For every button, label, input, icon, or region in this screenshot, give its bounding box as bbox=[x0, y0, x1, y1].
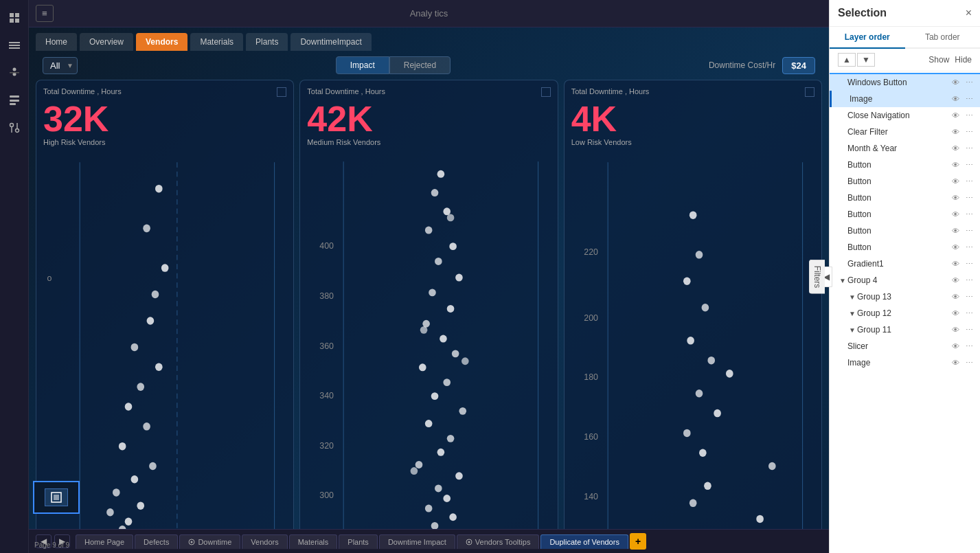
visibility-icon[interactable]: 👁 bbox=[950, 126, 961, 137]
visibility-icon[interactable]: 👁 bbox=[950, 357, 961, 368]
more-options-icon[interactable]: ⋯ bbox=[964, 126, 975, 137]
visibility-icon[interactable]: 👁 bbox=[950, 77, 961, 88]
scatter-plot-2: 400 380 360 340 320 300 280 0M 10M Total… bbox=[307, 149, 550, 529]
layer-item-close-navigation[interactable]: Close Navigation 👁 ⋯ bbox=[830, 107, 980, 124]
svg-point-13 bbox=[10, 124, 13, 127]
more-options-icon[interactable]: ⋯ bbox=[964, 143, 975, 154]
layer-item-image-2[interactable]: Image 👁 ⋯ bbox=[830, 354, 980, 371]
svg-text:140: 140 bbox=[584, 490, 598, 501]
sidebar-layers-icon[interactable] bbox=[3, 62, 25, 84]
sidebar-format-icon[interactable] bbox=[3, 117, 25, 139]
sidebar-search-icon[interactable] bbox=[3, 34, 25, 56]
tab-order-tab[interactable]: Tab order bbox=[905, 27, 981, 47]
nav-tab-plants[interactable]: Plants bbox=[246, 33, 288, 51]
layer-item-month-year[interactable]: Month & Year 👁 ⋯ bbox=[830, 140, 980, 157]
layer-item-button-5[interactable]: Button 👁 ⋯ bbox=[830, 223, 980, 239]
sidebar-data-icon[interactable] bbox=[3, 89, 25, 111]
expand-icon-2[interactable] bbox=[541, 87, 551, 97]
more-options-icon[interactable]: ⋯ bbox=[964, 258, 975, 269]
visibility-icon[interactable]: 👁 bbox=[950, 225, 961, 236]
visibility-icon[interactable]: 👁 bbox=[950, 242, 961, 253]
layer-item-slicer[interactable]: Slicer 👁 ⋯ bbox=[830, 338, 980, 354]
visibility-icon[interactable]: 👁 bbox=[950, 209, 961, 220]
selection-panel-title: Selection bbox=[838, 7, 887, 19]
sidebar-home-icon[interactable] bbox=[3, 7, 25, 29]
filter-dropdown[interactable]: All bbox=[43, 57, 78, 74]
more-options-icon[interactable]: ⋯ bbox=[964, 341, 975, 352]
more-options-icon[interactable]: ⋯ bbox=[964, 209, 975, 220]
more-options-icon[interactable]: ⋯ bbox=[964, 308, 975, 319]
show-hide-buttons: Show Hide bbox=[928, 55, 972, 65]
tab-defects[interactable]: Defects bbox=[135, 534, 178, 549]
visibility-icon[interactable]: 👁 bbox=[950, 291, 961, 302]
hide-all-button[interactable]: Hide bbox=[955, 55, 972, 65]
panel-header-2: Total Downtime , Hours bbox=[307, 87, 550, 97]
svg-rect-9 bbox=[10, 72, 19, 74]
visibility-icon[interactable]: 👁 bbox=[950, 192, 961, 203]
layer-item-gradient1[interactable]: Gradient1 👁 ⋯ bbox=[830, 256, 980, 272]
layer-item-group4[interactable]: ▼ Group 4 👁 ⋯ bbox=[830, 272, 980, 289]
visibility-icon[interactable]: 👁 bbox=[950, 159, 961, 170]
add-page-button[interactable]: + bbox=[630, 533, 646, 550]
move-down-button[interactable]: ▼ bbox=[857, 53, 875, 67]
hamburger-menu-button[interactable]: ≡ bbox=[36, 5, 54, 22]
visibility-icon[interactable]: 👁 bbox=[950, 110, 961, 121]
more-options-icon[interactable]: ⋯ bbox=[964, 225, 975, 236]
layer-item-button-6[interactable]: Button 👁 ⋯ bbox=[830, 239, 980, 256]
visibility-icon[interactable]: 👁 bbox=[950, 93, 961, 104]
tab-vendors[interactable]: Vendors bbox=[242, 534, 287, 549]
svg-point-38 bbox=[125, 517, 133, 526]
layer-item-button-4[interactable]: Button 👁 ⋯ bbox=[830, 206, 980, 223]
visibility-icon[interactable]: 👁 bbox=[950, 308, 961, 319]
more-options-icon[interactable]: ⋯ bbox=[964, 77, 975, 88]
more-options-icon[interactable]: ⋯ bbox=[964, 110, 975, 121]
layer-list: Windows Button 👁 ⋯ Image 👁 ⋯ Close Navig… bbox=[830, 71, 980, 553]
visibility-icon[interactable]: 👁 bbox=[950, 341, 961, 352]
expand-icon-3[interactable] bbox=[805, 87, 814, 97]
thumbnail-box[interactable] bbox=[33, 481, 80, 514]
rejected-button[interactable]: Rejected bbox=[389, 56, 451, 74]
layer-item-button-1[interactable]: Button 👁 ⋯ bbox=[830, 157, 980, 173]
more-options-icon[interactable]: ⋯ bbox=[964, 242, 975, 253]
layer-item-group13[interactable]: ▼ Group 13 👁 ⋯ bbox=[830, 289, 980, 305]
move-up-button[interactable]: ▲ bbox=[838, 53, 856, 67]
tab-duplicate-vendors[interactable]: Duplicate of Vendors bbox=[540, 534, 628, 549]
tab-downtime[interactable]: Downtime bbox=[179, 534, 240, 549]
layer-item-clear-filter[interactable]: Clear Filter 👁 ⋯ bbox=[830, 124, 980, 140]
more-options-icon[interactable]: ⋯ bbox=[964, 176, 975, 187]
filters-tab[interactable]: Filters bbox=[809, 259, 825, 294]
layer-item-image-1[interactable]: Image 👁 ⋯ bbox=[830, 91, 980, 107]
nav-tab-vendors[interactable]: Vendors bbox=[136, 33, 187, 51]
visibility-icon[interactable]: 👁 bbox=[950, 324, 961, 335]
nav-tab-overview[interactable]: Overview bbox=[80, 33, 133, 51]
tab-vendors-tooltips[interactable]: Vendors Tooltips bbox=[457, 534, 540, 549]
more-options-icon[interactable]: ⋯ bbox=[964, 291, 975, 302]
visibility-icon[interactable]: 👁 bbox=[950, 258, 961, 269]
show-all-button[interactable]: Show bbox=[928, 55, 949, 65]
more-options-icon[interactable]: ⋯ bbox=[964, 93, 975, 104]
impact-button[interactable]: Impact bbox=[336, 56, 389, 74]
more-options-icon[interactable]: ⋯ bbox=[964, 324, 975, 335]
layer-item-group11[interactable]: ▼ Group 11 👁 ⋯ bbox=[830, 321, 980, 338]
more-options-icon[interactable]: ⋯ bbox=[964, 275, 975, 286]
close-selection-panel-button[interactable]: × bbox=[966, 7, 972, 19]
nav-tab-downtime[interactable]: DowntimeImpact bbox=[290, 33, 371, 51]
layer-item-windows-button[interactable]: Windows Button 👁 ⋯ bbox=[830, 74, 980, 91]
layer-item-button-2[interactable]: Button 👁 ⋯ bbox=[830, 173, 980, 190]
tab-home-page[interactable]: Home Page bbox=[76, 534, 133, 549]
layer-order-tab[interactable]: Layer order bbox=[830, 27, 905, 47]
visibility-icon[interactable]: 👁 bbox=[950, 275, 961, 286]
nav-tab-home[interactable]: Home bbox=[36, 33, 77, 51]
nav-tab-materials[interactable]: Materials bbox=[190, 33, 243, 51]
layer-item-group12[interactable]: ▼ Group 12 👁 ⋯ bbox=[830, 305, 980, 321]
more-options-icon[interactable]: ⋯ bbox=[964, 357, 975, 368]
layer-item-button-3[interactable]: Button 👁 ⋯ bbox=[830, 190, 980, 206]
visibility-icon[interactable]: 👁 bbox=[950, 143, 961, 154]
more-options-icon[interactable]: ⋯ bbox=[964, 159, 975, 170]
expand-icon-1[interactable] bbox=[277, 87, 286, 97]
tab-materials[interactable]: Materials bbox=[289, 534, 338, 549]
more-options-icon[interactable]: ⋯ bbox=[964, 192, 975, 203]
visibility-icon[interactable]: 👁 bbox=[950, 176, 961, 187]
tab-plants[interactable]: Plants bbox=[339, 534, 378, 549]
tab-downtime-impact[interactable]: Downtime Impact bbox=[379, 534, 455, 549]
